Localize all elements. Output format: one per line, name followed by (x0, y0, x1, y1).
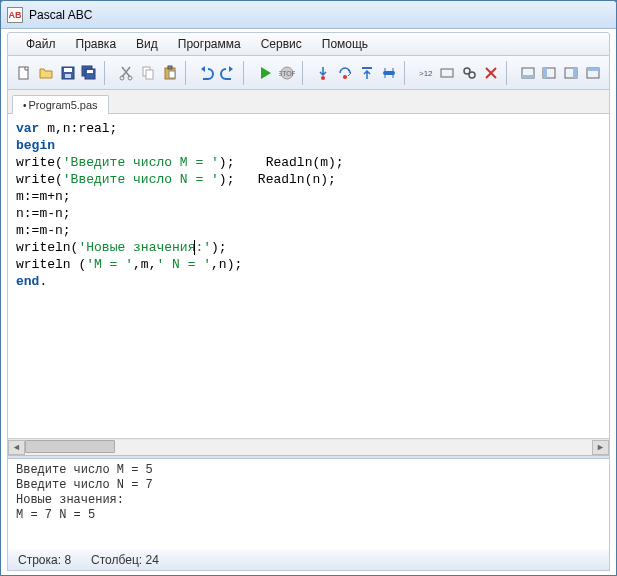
toolbar-separator (404, 61, 411, 85)
redo-button[interactable] (218, 61, 238, 85)
tabbar: Program5.pas (7, 90, 610, 114)
svg-text:STOP: STOP (279, 70, 295, 77)
new-file-button[interactable] (14, 61, 34, 85)
goto-line-button[interactable]: >123 (416, 61, 436, 85)
scroll-right-arrow[interactable]: ► (592, 440, 609, 455)
paste-button[interactable] (160, 61, 180, 85)
svg-rect-0 (19, 67, 28, 79)
status-column: Столбец: 24 (91, 553, 159, 567)
svg-rect-2 (64, 68, 72, 72)
menu-program[interactable]: Программа (170, 34, 249, 54)
window-title: Pascal ABC (29, 8, 92, 22)
svg-rect-6 (87, 70, 93, 73)
statusbar: Строка: 8 Столбец: 24 (7, 549, 610, 571)
breakpoint-button[interactable] (379, 61, 399, 85)
step-out-button[interactable] (357, 61, 377, 85)
file-tab[interactable]: Program5.pas (12, 95, 109, 114)
menu-help[interactable]: Помощь (314, 34, 376, 54)
step-over-button[interactable] (335, 61, 355, 85)
toolbar-separator (506, 61, 513, 85)
svg-rect-3 (65, 74, 71, 78)
undo-button[interactable] (196, 61, 216, 85)
scroll-track[interactable] (25, 440, 592, 455)
stop-button[interactable]: STOP (277, 61, 297, 85)
svg-rect-29 (573, 68, 577, 78)
editor-panel: var m,n:real; begin write('Введите число… (7, 114, 610, 549)
menu-edit[interactable]: Правка (68, 34, 125, 54)
toolbar-separator (104, 61, 111, 85)
copy-button[interactable] (138, 61, 158, 85)
horizontal-scrollbar[interactable]: ◄ ► (8, 438, 609, 455)
toolbar: STOP >123 (7, 56, 610, 90)
menu-file[interactable]: Файл (18, 34, 64, 54)
save-button[interactable] (58, 61, 78, 85)
window-tile-button[interactable] (437, 61, 457, 85)
svg-rect-21 (441, 69, 453, 77)
panel3-button[interactable] (561, 61, 581, 85)
menu-view[interactable]: Вид (128, 34, 166, 54)
menubar: Файл Правка Вид Программа Сервис Помощь (7, 32, 610, 56)
status-line: Строка: 8 (18, 553, 71, 567)
svg-rect-18 (362, 67, 372, 69)
svg-point-17 (343, 75, 347, 79)
panel1-button[interactable] (518, 61, 538, 85)
cut-button[interactable] (116, 61, 136, 85)
app-icon: AB (7, 7, 23, 23)
svg-rect-13 (169, 71, 175, 78)
svg-text:>123: >123 (419, 69, 433, 78)
panel2-button[interactable] (540, 61, 560, 85)
save-all-button[interactable] (80, 61, 100, 85)
run-button[interactable] (255, 61, 275, 85)
toolbar-separator (302, 61, 309, 85)
scroll-thumb[interactable] (25, 440, 115, 453)
output-panel[interactable]: Введите число M = 5 Введите число N = 7 … (8, 459, 609, 549)
scroll-left-arrow[interactable]: ◄ (8, 440, 25, 455)
svg-rect-12 (168, 66, 172, 69)
svg-rect-31 (587, 68, 599, 71)
toolbar-separator (185, 61, 192, 85)
step-into-button[interactable] (313, 61, 333, 85)
code-editor[interactable]: var m,n:real; begin write('Введите число… (8, 114, 609, 438)
svg-point-23 (469, 72, 475, 78)
svg-rect-10 (146, 70, 153, 79)
titlebar[interactable]: AB Pascal ABC (1, 1, 616, 29)
menu-service[interactable]: Сервис (253, 34, 310, 54)
toolbar-separator (243, 61, 250, 85)
close-brackets-button[interactable] (481, 61, 501, 85)
app-window: AB Pascal ABC Файл Правка Вид Программа … (0, 0, 617, 576)
svg-rect-27 (543, 68, 547, 78)
find-button[interactable] (459, 61, 479, 85)
open-file-button[interactable] (36, 61, 56, 85)
panel4-button[interactable] (583, 61, 603, 85)
tab-label: Program5.pas (29, 99, 98, 111)
svg-point-16 (321, 76, 325, 80)
svg-rect-25 (522, 75, 534, 78)
